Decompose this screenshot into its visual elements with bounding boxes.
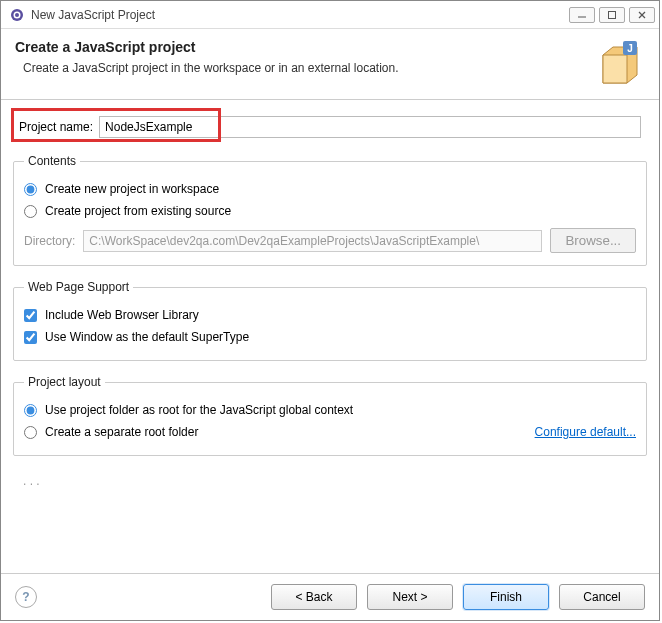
eclipse-icon: [9, 7, 25, 23]
dialog-window: New JavaScript Project Create a JavaScri…: [0, 0, 660, 621]
dialog-footer: ? < Back Next > Finish Cancel: [1, 573, 659, 620]
radio-root-folder-label: Use project folder as root for the JavaS…: [45, 403, 353, 417]
contents-group: Contents Create new project in workspace…: [13, 154, 647, 266]
radio-new-workspace[interactable]: [24, 183, 37, 196]
maximize-button[interactable]: [599, 7, 625, 23]
checkbox-browser-library-label: Include Web Browser Library: [45, 308, 199, 322]
window-title: New JavaScript Project: [31, 8, 569, 22]
project-name-row: Project name:: [13, 110, 647, 144]
directory-input: [83, 230, 542, 252]
header-title: Create a JavaScript project: [15, 39, 597, 55]
cancel-button[interactable]: Cancel: [559, 584, 645, 610]
wizard-header: Create a JavaScript project Create a Jav…: [1, 29, 659, 100]
radio-separate-root-label: Create a separate root folder: [45, 425, 198, 439]
radio-existing-source[interactable]: [24, 205, 37, 218]
help-button[interactable]: ?: [15, 586, 37, 608]
window-controls: [569, 7, 655, 23]
project-name-label: Project name:: [19, 120, 93, 134]
more-indicator: . . .: [13, 470, 647, 492]
svg-rect-4: [609, 11, 616, 18]
minimize-button[interactable]: [569, 7, 595, 23]
browse-button: Browse...: [550, 228, 636, 253]
next-button[interactable]: Next >: [367, 584, 453, 610]
js-project-icon: J: [597, 39, 645, 87]
radio-existing-source-label: Create project from existing source: [45, 204, 231, 218]
web-support-legend: Web Page Support: [24, 280, 133, 294]
back-button[interactable]: < Back: [271, 584, 357, 610]
svg-text:J: J: [627, 43, 633, 54]
finish-button[interactable]: Finish: [463, 584, 549, 610]
project-layout-group: Project layout Use project folder as roo…: [13, 375, 647, 456]
dialog-body: Project name: Contents Create new projec…: [1, 100, 659, 573]
configure-default-link[interactable]: Configure default...: [535, 425, 636, 439]
radio-new-workspace-label: Create new project in workspace: [45, 182, 219, 196]
radio-separate-root[interactable]: [24, 426, 37, 439]
header-subtitle: Create a JavaScript project in the works…: [23, 61, 597, 75]
close-button[interactable]: [629, 7, 655, 23]
checkbox-browser-library[interactable]: [24, 309, 37, 322]
checkbox-window-supertype-label: Use Window as the default SuperType: [45, 330, 249, 344]
checkbox-window-supertype[interactable]: [24, 331, 37, 344]
directory-label: Directory:: [24, 234, 75, 248]
project-layout-legend: Project layout: [24, 375, 105, 389]
titlebar: New JavaScript Project: [1, 1, 659, 29]
contents-legend: Contents: [24, 154, 80, 168]
web-support-group: Web Page Support Include Web Browser Lib…: [13, 280, 647, 361]
radio-root-folder[interactable]: [24, 404, 37, 417]
svg-point-2: [15, 13, 19, 17]
project-name-input[interactable]: [99, 116, 641, 138]
